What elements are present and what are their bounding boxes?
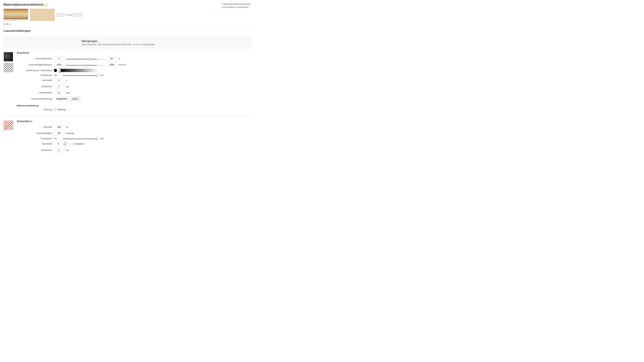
dithering-checkbox-row: Dithering bbox=[54, 108, 66, 111]
passes-row: Durchläufe × bbox=[17, 78, 251, 83]
dithering-checkbox[interactable] bbox=[54, 108, 56, 111]
schneiden-section: Schneiden 1 Intensität % Geschwindigkeit… bbox=[4, 120, 251, 154]
schneiden-thumb bbox=[4, 120, 13, 130]
schneiden-kompressor-label: Kompressor bbox=[17, 137, 52, 140]
schneiden-passes-row: Durchläufe ▲ ▼ × progressiv bbox=[17, 141, 251, 146]
schneiden-title: Schneiden 1 bbox=[17, 120, 251, 123]
page-title: Material(benutzerdefiniert) [s] bbox=[4, 3, 82, 6]
schneiden-pause-unit: ms bbox=[66, 149, 69, 152]
engrave-thumbnails bbox=[4, 51, 13, 112]
schneiden-passes-up-btn[interactable]: ▲ bbox=[64, 142, 66, 144]
schneiden-speed-unit: mm/min bbox=[66, 132, 74, 135]
schneiden-pause-input[interactable] bbox=[54, 148, 64, 152]
bildvorverarbeitung-section: Bildvorverarbeitung Dithering Dithering bbox=[17, 103, 251, 111]
path-opt-row: Gravurzeitoptimierung Empfohlen Basic bbox=[17, 96, 251, 101]
schneiden-passes-unit: × bbox=[68, 143, 70, 145]
schneiden-kompressor-row: Kompressor min max bbox=[17, 137, 251, 140]
engrave-settings: Gravieren Intensitätsbereich % Geschwind… bbox=[17, 51, 251, 112]
engrave-section: Gravieren Intensitätsbereich % Geschwind… bbox=[4, 51, 251, 112]
path-opt-label: Gravurzeitoptimierung bbox=[17, 98, 52, 100]
pause-input[interactable] bbox=[54, 84, 64, 89]
section-divider bbox=[4, 116, 251, 116]
schneiden-passes-stepper: ▲ ▼ bbox=[54, 141, 67, 146]
schneiden-intensity-unit: % bbox=[66, 126, 68, 128]
passes-unit: × bbox=[66, 79, 67, 82]
speed-slider[interactable] bbox=[66, 65, 105, 66]
schneiden-intensity-input[interactable] bbox=[54, 125, 64, 129]
intensity-slider[interactable] bbox=[66, 59, 105, 59]
speed-min-input[interactable] bbox=[54, 62, 64, 67]
material-thumb-color bbox=[30, 9, 55, 21]
speed-max-input[interactable] bbox=[106, 62, 117, 67]
skip-title: Überspringen bbox=[82, 40, 247, 42]
chevron-down-icon: ▾ bbox=[9, 23, 10, 25]
material-thickness: 3 mm bbox=[56, 13, 82, 16]
reset-material-link[interactable]: ↺ Auf Standard zurücksetzen bbox=[221, 6, 251, 8]
speed-label: Geschwindigkeitsbereich bbox=[17, 63, 52, 66]
schneiden-kompressor-slider[interactable] bbox=[63, 139, 98, 139]
line-spacing-row: Linienabstand mm bbox=[17, 90, 251, 95]
schneiden-intensity-label: Intensität bbox=[17, 126, 52, 128]
intensity-max-input[interactable] bbox=[106, 56, 117, 61]
schneiden-kompressor-min-label: min bbox=[54, 137, 61, 140]
color-assign-row: Zuordnung der Linienfarben bbox=[17, 69, 251, 72]
pause-row: Einstichzeit ms bbox=[17, 84, 251, 89]
schneiden-speed-row: Geschwindigkeit mm/min bbox=[17, 131, 251, 136]
progressive-label: progressiv bbox=[75, 143, 84, 145]
intensity-unit: % bbox=[118, 57, 126, 60]
schneiden-kompressor-max-label: max bbox=[100, 137, 107, 140]
laser-settings-title: Lasereinstellungen bbox=[4, 29, 251, 33]
intensity-min-input[interactable] bbox=[54, 56, 64, 61]
intensity-label: Intensitätsbereich bbox=[17, 57, 52, 60]
path-opt-buttons: Empfohlen Basic bbox=[54, 96, 80, 101]
kompressor-label: Kompressor bbox=[17, 74, 52, 76]
hatch-icon-right bbox=[73, 13, 82, 16]
engrave-title: Gravieren bbox=[17, 51, 251, 54]
schneiden-speed-input[interactable] bbox=[54, 131, 64, 136]
material-actions: ★ Materialeinstellung speichern ↺ Auf St… bbox=[221, 3, 251, 8]
refresh-icon: ↺ bbox=[221, 6, 222, 8]
dithering-row: Dithering Dithering bbox=[17, 108, 251, 111]
info-button[interactable]: ℹ Info ▾ bbox=[4, 23, 10, 25]
progressive-checkbox-row: progressiv bbox=[72, 143, 84, 145]
kompressor-slider[interactable] bbox=[63, 75, 98, 76]
kompressor-row: Kompressor min max bbox=[17, 74, 251, 76]
info-circle-icon: ℹ bbox=[4, 23, 4, 25]
engrave-thumb-photo bbox=[4, 52, 13, 62]
passes-input[interactable] bbox=[54, 78, 64, 83]
schneiden-stepper-arrows: ▲ ▼ bbox=[64, 141, 67, 146]
color-gradient-track[interactable] bbox=[59, 69, 98, 72]
kompressor-min-label: min bbox=[54, 74, 61, 76]
header-divider bbox=[4, 27, 251, 27]
schneiden-passes-down-btn[interactable]: ▼ bbox=[64, 144, 66, 146]
path-opt-recommended-btn[interactable]: Empfohlen bbox=[54, 97, 70, 101]
kompressor-max-label: max bbox=[100, 74, 107, 76]
color-assign-label: Zuordnung der Linienfarben bbox=[17, 69, 52, 72]
pause-unit: ms bbox=[66, 85, 69, 88]
save-material-link[interactable]: ★ Materialeinstellung speichern bbox=[221, 3, 251, 5]
speed-unit: mm/min bbox=[118, 63, 126, 66]
star-icon: ★ bbox=[221, 3, 223, 5]
material-name-label: Sperrholz Birke bbox=[4, 19, 28, 21]
intensity-row: Intensitätsbereich % bbox=[17, 56, 251, 61]
schneiden-passes-input[interactable] bbox=[54, 142, 63, 146]
skip-description: Ziehe Schneide- oder Graviersymbole auf … bbox=[82, 43, 247, 46]
path-opt-basic-btn[interactable]: Basic bbox=[70, 97, 80, 101]
dithering-checkbox-label: Dithering bbox=[57, 108, 66, 111]
line-spacing-unit: mm bbox=[66, 91, 70, 94]
line-spacing-input[interactable] bbox=[54, 90, 64, 95]
speed-row: Geschwindigkeitsbereich mm/min bbox=[17, 62, 251, 67]
schneiden-pause-label: Einstichzeit bbox=[17, 149, 52, 151]
schneiden-passes-label: Durchläufe bbox=[17, 143, 52, 145]
skip-row: Überspringen Ziehe Schneide- oder Gravie… bbox=[4, 37, 251, 48]
passes-label: Durchläufe bbox=[17, 79, 52, 81]
color-gradient-handle[interactable] bbox=[59, 68, 61, 73]
schneiden-intensity-row: Intensität % bbox=[17, 125, 251, 129]
bildvorverarbeitung-title: Bildvorverarbeitung bbox=[17, 104, 251, 107]
dithering-label: Dithering bbox=[17, 108, 52, 111]
progressive-checkbox[interactable] bbox=[72, 143, 74, 145]
schneiden-speed-label: Geschwindigkeit bbox=[17, 132, 52, 134]
engrave-thumb-lines bbox=[4, 63, 13, 72]
pause-label: Einstichzeit bbox=[17, 85, 52, 88]
hatch-icon bbox=[56, 13, 65, 16]
